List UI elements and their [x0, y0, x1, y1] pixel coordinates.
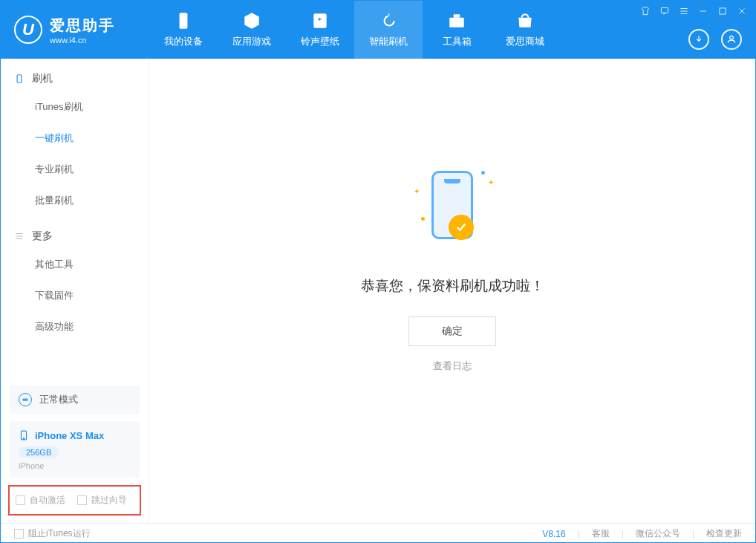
footer-link-service[interactable]: 客服: [592, 527, 610, 540]
svg-point-8: [23, 399, 25, 401]
footer-link-update[interactable]: 检查更新: [706, 527, 742, 540]
nav-ringtones[interactable]: 铃声壁纸: [286, 1, 354, 59]
nav-label: 我的设备: [164, 35, 203, 48]
music-icon: [310, 11, 330, 30]
sidebar-item-advanced[interactable]: 高级功能: [1, 311, 149, 342]
store-icon: [515, 11, 535, 30]
success-illustration: ✦ ✦: [408, 165, 497, 254]
footer-link-wechat[interactable]: 微信公众号: [636, 527, 680, 540]
sidebar-section-flash: 刷机 iTunes刷机 一键刷机 专业刷机 批量刷机: [1, 59, 149, 216]
minimize-icon[interactable]: [697, 5, 709, 17]
close-icon[interactable]: [736, 5, 748, 17]
svg-rect-4: [661, 7, 668, 13]
success-message: 恭喜您，保资料刷机成功啦！: [361, 276, 544, 296]
checkbox-skip-guide[interactable]: 跳过向导: [77, 494, 127, 507]
svg-rect-3: [454, 14, 460, 17]
nav-label: 工具箱: [443, 35, 472, 48]
version-label: V8.16: [542, 529, 565, 539]
sidebar-title: 刷机: [32, 72, 53, 85]
checkbox-label: 自动激活: [30, 494, 65, 507]
toolbox-icon: [447, 11, 466, 30]
sidebar-title: 更多: [32, 230, 53, 243]
user-icon[interactable]: [721, 29, 742, 50]
footer-right: V8.16 | 客服 | 微信公众号 | 检查更新: [542, 527, 742, 540]
skin-icon[interactable]: [639, 5, 651, 17]
footer: 阻止iTunes运行 V8.16 | 客服 | 微信公众号 | 检查更新: [1, 523, 755, 543]
dot-icon: [421, 217, 425, 221]
svg-rect-7: [17, 75, 22, 83]
phone-icon: [19, 429, 29, 442]
nav-my-device[interactable]: 我的设备: [149, 1, 218, 59]
device-type: iPhone: [19, 461, 131, 470]
nav-label: 铃声壁纸: [301, 35, 339, 48]
device-box[interactable]: iPhone XS Max 256GB iPhone: [10, 421, 140, 478]
nav-label: 智能刷机: [369, 35, 408, 48]
header-right-icons: [688, 29, 742, 50]
maximize-icon[interactable]: [717, 5, 729, 17]
svg-point-11: [23, 438, 24, 439]
phone-icon: [14, 74, 25, 84]
app-title: 爱思助手: [50, 16, 115, 36]
nav-flash[interactable]: 智能刷机: [354, 1, 423, 59]
sidebar-item-pro-flash[interactable]: 专业刷机: [1, 154, 149, 185]
phone-body-icon: [431, 171, 473, 239]
refresh-icon: [379, 11, 398, 30]
svg-rect-5: [720, 8, 726, 14]
separator: |: [578, 529, 580, 539]
device-icon: [174, 11, 193, 30]
svg-point-6: [730, 36, 734, 39]
sidebar-item-onekey-flash[interactable]: 一键刷机: [1, 123, 149, 154]
logo-text: 爱思助手 www.i4.cn: [50, 16, 115, 45]
phone-notch: [444, 179, 460, 183]
list-icon: [14, 231, 25, 241]
svg-point-9: [25, 399, 27, 401]
sparkle-icon: ✦: [414, 187, 420, 195]
sidebar-bottom: 正常模式 iPhone XS Max 256GB iPhone 自动激活 跳过向…: [1, 386, 149, 523]
checkbox-block-itunes[interactable]: 阻止iTunes运行: [14, 527, 91, 540]
confirm-button[interactable]: 确定: [408, 316, 496, 346]
logo-icon: U: [14, 16, 42, 44]
sidebar-item-itunes-flash[interactable]: iTunes刷机: [1, 91, 149, 123]
svg-rect-2: [449, 18, 464, 27]
device-name: iPhone XS Max: [35, 430, 104, 441]
app-subtitle: www.i4.cn: [50, 36, 115, 45]
sidebar-item-other-tools[interactable]: 其他工具: [1, 249, 149, 280]
nav-apps[interactable]: 应用游戏: [218, 1, 286, 59]
mode-label: 正常模式: [39, 393, 78, 406]
nav-label: 爱思商城: [506, 35, 544, 48]
checkbox-icon: [14, 529, 24, 539]
sidebar-header-more: 更多: [1, 230, 149, 249]
checkbox-label: 阻止iTunes运行: [28, 527, 91, 540]
checkbox-icon: [77, 495, 87, 505]
checkbox-row-highlighted: 自动激活 跳过向导: [8, 485, 141, 516]
view-log-link[interactable]: 查看日志: [433, 360, 472, 373]
main-content: ✦ ✦ 恭喜您，保资料刷机成功啦！ 确定 查看日志: [149, 59, 755, 523]
titlebar-icons: [639, 5, 748, 17]
sidebar-item-download-firmware[interactable]: 下载固件: [1, 280, 149, 311]
sidebar-item-batch-flash[interactable]: 批量刷机: [1, 185, 149, 216]
body: 刷机 iTunes刷机 一键刷机 专业刷机 批量刷机 更多 其他工具 下载固件 …: [1, 59, 755, 523]
sparkle-icon: ✦: [488, 178, 494, 186]
device-name-row: iPhone XS Max: [19, 429, 131, 442]
menu-icon[interactable]: [678, 5, 690, 17]
device-storage-badge: 256GB: [19, 446, 59, 458]
svg-rect-1: [313, 13, 326, 28]
nav: 我的设备 应用游戏 铃声壁纸 智能刷机 工具箱 爱思商城: [149, 1, 559, 59]
checkbox-label: 跳过向导: [91, 494, 127, 507]
checkbox-auto-activate[interactable]: 自动激活: [16, 494, 65, 507]
nav-toolbox[interactable]: 工具箱: [423, 1, 491, 59]
sidebar-section-more: 更多 其他工具 下载固件 高级功能: [1, 216, 149, 342]
nav-store[interactable]: 爱思商城: [491, 1, 559, 59]
svg-rect-0: [180, 13, 188, 29]
logo-area: U 爱思助手 www.i4.cn: [1, 16, 149, 45]
check-badge-icon: [449, 215, 474, 240]
cube-icon: [242, 11, 261, 30]
mode-icon: [19, 393, 32, 406]
sidebar-header-flash: 刷机: [1, 72, 149, 91]
feedback-icon[interactable]: [659, 5, 671, 17]
mode-box[interactable]: 正常模式: [10, 386, 140, 414]
separator: |: [692, 529, 694, 539]
nav-label: 应用游戏: [232, 35, 271, 48]
checkbox-icon: [16, 495, 25, 505]
download-icon[interactable]: [688, 29, 709, 50]
